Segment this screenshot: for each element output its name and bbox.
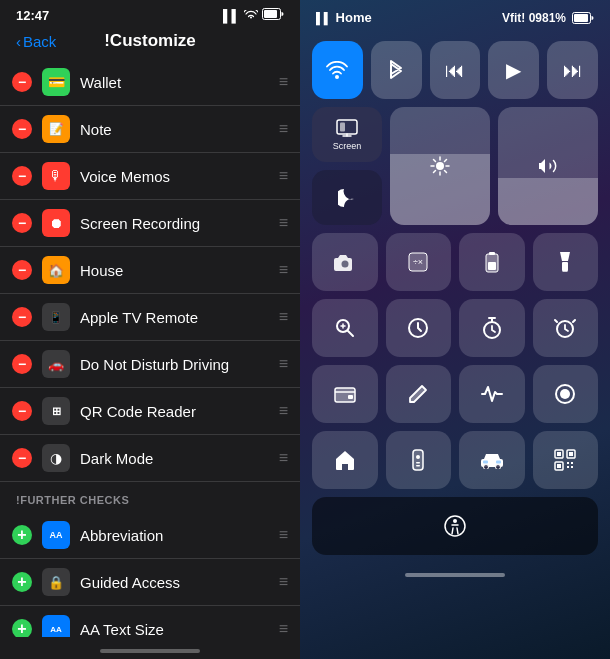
drag-handle-wallet[interactable]: ≡	[271, 73, 288, 91]
list-item-text-size[interactable]: + AA AA Text Size ≡	[0, 606, 300, 637]
svg-rect-33	[557, 452, 561, 456]
drag-handle-guided-access[interactable]: ≡	[271, 573, 288, 591]
remove-btn-dark-mode[interactable]: −	[12, 448, 32, 468]
network-info: Vfit! 0981%	[502, 11, 566, 25]
cc-row-1: ⏮ ▶ ⏭	[312, 41, 598, 99]
car-btn[interactable]	[459, 431, 525, 489]
add-btn-guided-access[interactable]: +	[12, 572, 32, 592]
icon-dnd-driving: 🚗	[42, 350, 70, 378]
accessibility-btn[interactable]	[312, 497, 598, 555]
list-item-voice-memos[interactable]: − 🎙 Voice Memos ≡	[0, 153, 300, 200]
wifi-icon	[244, 9, 258, 23]
carrier-label: Home	[336, 10, 372, 25]
icon-apple-tv: 📱	[42, 303, 70, 331]
drag-handle-abbreviation[interactable]: ≡	[271, 526, 288, 544]
home-btn[interactable]	[312, 431, 378, 489]
drag-handle-text-size[interactable]: ≡	[271, 620, 288, 637]
timer-btn[interactable]	[459, 299, 525, 357]
list-item-note[interactable]: − 📝 Note ≡	[0, 106, 300, 153]
drag-handle-dark-mode[interactable]: ≡	[271, 449, 288, 467]
nav-bar: ‹ Back !Customize	[0, 27, 300, 59]
svg-rect-20	[348, 395, 353, 399]
remove-btn-dnd-driving[interactable]: −	[12, 354, 32, 374]
alarm-btn[interactable]	[533, 299, 599, 357]
wallet-btn[interactable]	[312, 365, 378, 423]
list-item-screen-recording[interactable]: − ⏺ Screen Recording ≡	[0, 200, 300, 247]
remove-btn-voice-memos[interactable]: −	[12, 166, 32, 186]
svg-rect-37	[557, 464, 561, 468]
list-item-dnd-driving[interactable]: − 🚗 Do Not Disturb Driving ≡	[0, 341, 300, 388]
status-bar-right: ▌▌ Home Vfit! 0981%	[300, 0, 610, 31]
remove-btn-qr-reader[interactable]: −	[12, 401, 32, 421]
edit-btn[interactable]	[386, 365, 452, 423]
audio-btn[interactable]	[459, 365, 525, 423]
list-item-qr-reader[interactable]: − ⊞ QR Code Reader ≡	[0, 388, 300, 435]
label-wallet: Wallet	[80, 74, 271, 91]
drag-handle-note[interactable]: ≡	[271, 120, 288, 138]
page-title: !Customize	[104, 31, 196, 51]
list-item-house[interactable]: − 🏠 House ≡	[0, 247, 300, 294]
record-btn[interactable]	[533, 365, 599, 423]
cc-row-7	[312, 497, 598, 555]
wifi-toggle[interactable]	[312, 41, 363, 99]
camera-btn[interactable]	[312, 233, 378, 291]
volume-slider[interactable]	[498, 107, 598, 225]
control-center-grid: ⏮ ▶ ⏭ Screen	[300, 31, 610, 565]
left-panel: 12:47 ▌▌ ‹ Back	[0, 0, 300, 659]
calculator-btn[interactable]: ÷×	[386, 233, 452, 291]
clock-btn[interactable]	[386, 299, 452, 357]
right-status-info: Vfit! 0981%	[502, 11, 594, 25]
chevron-left-icon: ‹	[16, 33, 21, 50]
list-item-apple-tv[interactable]: − 📱 Apple TV Remote ≡	[0, 294, 300, 341]
cc-row-6	[312, 431, 598, 489]
icon-dark-mode: ◑	[42, 444, 70, 472]
icon-abbreviation: AA	[42, 521, 70, 549]
list-item-guided-access[interactable]: + 🔒 Guided Access ≡	[0, 559, 300, 606]
list-item-dark-mode[interactable]: − ◑ Dark Mode ≡	[0, 435, 300, 482]
moon-btn[interactable]	[312, 170, 382, 225]
drag-handle-house[interactable]: ≡	[271, 261, 288, 279]
cc-row-2: Screen	[312, 107, 598, 225]
label-voice-memos: Voice Memos	[80, 168, 271, 185]
forward-btn[interactable]: ⏭	[547, 41, 598, 99]
remove-btn-apple-tv[interactable]: −	[12, 307, 32, 327]
svg-point-29	[495, 465, 500, 470]
label-dnd-driving: Do Not Disturb Driving	[80, 356, 271, 373]
remove-btn-wallet[interactable]: −	[12, 72, 32, 92]
remove-btn-house[interactable]: −	[12, 260, 32, 280]
battery-status-btn[interactable]	[459, 233, 525, 291]
drag-handle-voice-memos[interactable]: ≡	[271, 167, 288, 185]
brightness-slider[interactable]	[390, 107, 490, 225]
svg-rect-13	[488, 262, 496, 270]
play-btn[interactable]: ▶	[488, 41, 539, 99]
label-qr-reader: QR Code Reader	[80, 403, 271, 420]
svg-point-39	[453, 519, 457, 523]
label-note: Note	[80, 121, 271, 138]
flashlight-btn[interactable]	[533, 233, 599, 291]
drag-handle-qr-reader[interactable]: ≡	[271, 402, 288, 420]
add-btn-abbreviation[interactable]: +	[12, 525, 32, 545]
svg-rect-26	[416, 465, 420, 467]
icon-voice-memos: 🎙	[42, 162, 70, 190]
label-screen-recording: Screen Recording	[80, 215, 271, 232]
remote-btn[interactable]	[386, 431, 452, 489]
bluetooth-toggle[interactable]	[371, 41, 422, 99]
signal-icon-right: ▌▌	[316, 12, 332, 24]
screen-mirror-btn[interactable]: Screen	[312, 107, 382, 162]
cc-row-4	[312, 299, 598, 357]
drag-handle-apple-tv[interactable]: ≡	[271, 308, 288, 326]
drag-handle-dnd-driving[interactable]: ≡	[271, 355, 288, 373]
list-item-abbreviation[interactable]: + AA Abbreviation ≡	[0, 512, 300, 559]
list-item-wallet[interactable]: − 💳 Wallet ≡	[0, 59, 300, 106]
remove-btn-note[interactable]: −	[12, 119, 32, 139]
qr-btn[interactable]	[533, 431, 599, 489]
rewind-btn[interactable]: ⏮	[430, 41, 481, 99]
add-btn-text-size[interactable]: +	[12, 619, 32, 637]
svg-rect-3	[574, 14, 588, 22]
drag-handle-screen-recording[interactable]: ≡	[271, 214, 288, 232]
remove-btn-screen-recording[interactable]: −	[12, 213, 32, 233]
svg-text:÷×: ÷×	[413, 257, 423, 267]
magnify-btn[interactable]	[312, 299, 378, 357]
svg-rect-1	[264, 10, 277, 18]
back-button[interactable]: ‹ Back	[16, 33, 56, 50]
